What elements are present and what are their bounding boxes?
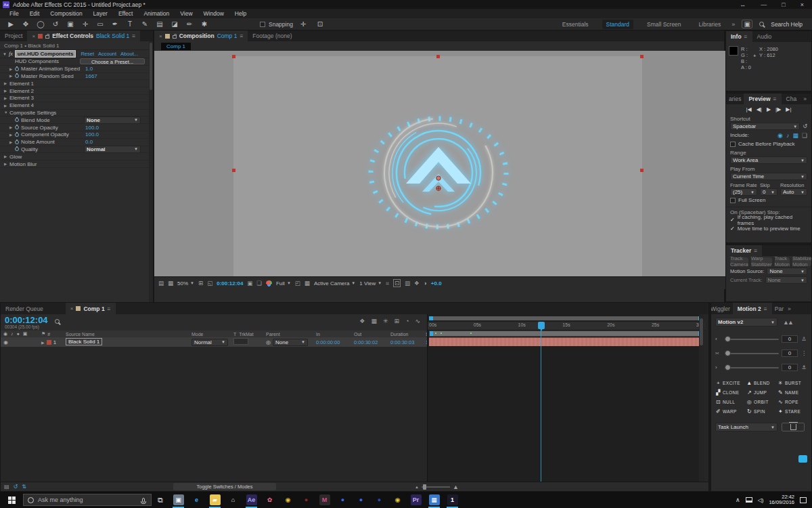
timeline-zoom-control[interactable]: ▲ ▲ — [415, 484, 459, 490]
effect-row[interactable]: ▶ Master Random Seed 1667 ▼ — [0, 73, 153, 81]
motion-action-button[interactable]: ↗ JUMP — [746, 389, 776, 396]
tool-icon[interactable]: ▤ — [153, 20, 166, 28]
effect-row[interactable]: ▶ Component Opacity 100.0 ▼ — [0, 131, 153, 139]
show-snapshot-icon[interactable]: ❏ — [256, 280, 262, 287]
composition-viewer[interactable]: ▤ ▦ 50%▼ ⊞ ◱ 0:00:12:04 ▣ ❏ Full▼ ◰ ▦ Ac… — [154, 51, 725, 289]
tool-icon[interactable]: ▣ — [64, 20, 77, 28]
twirl-icon[interactable]: ▶ — [4, 154, 9, 158]
timeline-toggle-icon[interactable]: ⇅ — [22, 484, 26, 490]
motion-action-button[interactable]: ▲ BLEND — [746, 380, 776, 386]
taskbar-app[interactable]: ● — [334, 492, 352, 508]
exposure-icon[interactable]: ◑ — [424, 280, 427, 287]
tab-composition[interactable]: × Composition Comp 1 ≡ — [154, 30, 248, 41]
transform-handle[interactable] — [232, 55, 235, 58]
scrollbar[interactable] — [149, 41, 153, 302]
layer-name[interactable]: Black Solid 1 — [66, 338, 102, 345]
timeline-toggle-icon[interactable]: ↺ — [14, 484, 18, 490]
close-tab-icon[interactable]: × — [70, 305, 74, 312]
cache-before-playback-checkbox[interactable] — [730, 142, 736, 147]
col-parent[interactable]: Parent — [266, 332, 316, 337]
grid-guides-icon[interactable]: ⊞ — [198, 280, 203, 287]
tool-icon[interactable]: ✏ — [183, 20, 196, 28]
twirl-icon[interactable]: ▼ — [3, 52, 7, 56]
tracker-button[interactable]: Track Camera — [730, 257, 748, 266]
col-source-name[interactable]: Source Name — [66, 332, 191, 337]
transform-handle[interactable] — [640, 55, 644, 58]
workspace-bar-icon[interactable]: ▣ — [742, 20, 752, 28]
twirl-icon[interactable]: ▶ — [4, 81, 9, 85]
slider-right-icon[interactable]: ⚓ — [800, 364, 807, 371]
parent-dropdown[interactable]: None▼ — [273, 339, 308, 346]
motion-action-button[interactable]: ⊡ NULL — [715, 399, 745, 405]
slider-knob[interactable] — [725, 350, 731, 356]
taskbar-app[interactable]: Ae — [242, 492, 261, 508]
cortana-search[interactable]: Ask me anything — [23, 494, 152, 506]
task-launch-dropdown[interactable]: Task Launch▼ — [715, 423, 777, 431]
fx-badge-icon[interactable]: fx — [9, 51, 13, 57]
twirl-icon[interactable]: ▶ — [9, 133, 15, 137]
include-audio-icon[interactable]: ♪ — [786, 132, 790, 139]
taskbar-app[interactable]: ▣ — [169, 492, 187, 508]
motion-action-button[interactable]: ◎ ORBIT — [746, 399, 776, 405]
tab-project[interactable]: Project — [0, 30, 27, 41]
panel-menu-icon[interactable]: ≡ — [108, 305, 111, 312]
taskbar-app[interactable]: ▰ — [206, 492, 224, 508]
stop-option-row[interactable]: ✓ Move time to preview time — [726, 224, 811, 233]
taskbar-app[interactable]: ⌂ — [224, 492, 242, 508]
property-value[interactable]: 1.0 — [85, 66, 93, 72]
workspace-overflow-icon[interactable]: » — [731, 21, 735, 28]
menu-item[interactable]: Layer — [88, 10, 113, 17]
slider-value[interactable]: 0 — [782, 350, 798, 357]
effect-row[interactable]: ▶ Element 2 ▼ — [0, 87, 153, 95]
property-dropdown[interactable]: Normal▼ — [84, 146, 141, 153]
close-button[interactable]: × — [800, 1, 804, 8]
slider-left-icon[interactable]: › — [715, 364, 722, 371]
taskbar-app[interactable]: e — [187, 492, 206, 508]
slider-track[interactable] — [725, 367, 779, 368]
transport-button[interactable]: ▶| — [786, 106, 791, 112]
slider-value[interactable]: 0 — [782, 335, 798, 343]
trkmat-box[interactable] — [233, 338, 248, 345]
camera-dropdown[interactable]: Active Camera▼ — [314, 280, 355, 287]
choose-preset-button[interactable]: Choose a Preset... — [80, 58, 145, 64]
property-value[interactable]: 100.0 — [85, 125, 99, 131]
menu-item[interactable]: File — [4, 10, 24, 17]
time-ruler[interactable]: 00s05s10s15s20s25s30s — [428, 322, 705, 331]
menu-item[interactable]: Window — [198, 10, 229, 17]
menu-item[interactable]: Animation — [138, 10, 175, 17]
effect-row[interactable]: ▶ Noise Amount 0.0 ▼ — [0, 139, 153, 146]
work-area-start-handle[interactable] — [430, 331, 433, 336]
panel-menu-icon[interactable]: ≡ — [132, 33, 135, 39]
panel-menu-icon[interactable]: ≡ — [773, 96, 777, 102]
effect-link[interactable]: About... — [120, 51, 138, 57]
effect-row[interactable]: ▶ Element 1 ▼ — [0, 80, 153, 87]
range-dropdown[interactable]: Work Area▼ — [730, 156, 807, 164]
minimize-button[interactable]: — — [761, 1, 767, 8]
tool-icon[interactable]: ✱ — [198, 20, 211, 28]
tool-icon[interactable]: ✥ — [19, 20, 32, 28]
always-preview-icon[interactable]: ▤ — [158, 280, 164, 287]
transparency-grid-icon[interactable]: ▦ — [304, 280, 310, 287]
network-icon[interactable] — [746, 497, 752, 503]
effect-row[interactable]: Blend Mode None▼ — [0, 117, 153, 124]
motion-action-button[interactable]: ✐ WARP — [715, 408, 745, 415]
include-overlays-icon[interactable]: ▦ — [792, 132, 798, 139]
workspace-tab[interactable]: Libraries — [695, 20, 725, 29]
tool-icon[interactable]: ✎ — [138, 20, 152, 28]
close-tab-icon[interactable]: × — [159, 33, 162, 39]
tool-icon[interactable]: T — [123, 20, 137, 28]
transform-handle[interactable] — [232, 169, 235, 172]
twirl-icon[interactable]: ▶ — [9, 67, 15, 71]
tab-overflow-icon[interactable]: » — [801, 93, 809, 104]
tool-icon[interactable]: ✛ — [78, 20, 92, 28]
current-track-dropdown[interactable]: None▼ — [765, 276, 807, 284]
toggle-switches-button[interactable]: Toggle Switches / Modes — [173, 483, 276, 490]
panel-menu-icon[interactable]: ≡ — [744, 33, 748, 40]
workspace-tab[interactable]: Standard — [602, 20, 634, 29]
slider-track[interactable] — [725, 339, 779, 340]
snapping-checkbox[interactable] — [260, 22, 265, 27]
effect-row[interactable]: ▶ Glow ▼ — [0, 153, 153, 161]
tab-motion2[interactable]: Motion 2≡ — [733, 303, 772, 314]
tracker-button[interactable]: Stabilize Motion — [792, 257, 811, 266]
property-dropdown[interactable]: None▼ — [84, 117, 141, 124]
